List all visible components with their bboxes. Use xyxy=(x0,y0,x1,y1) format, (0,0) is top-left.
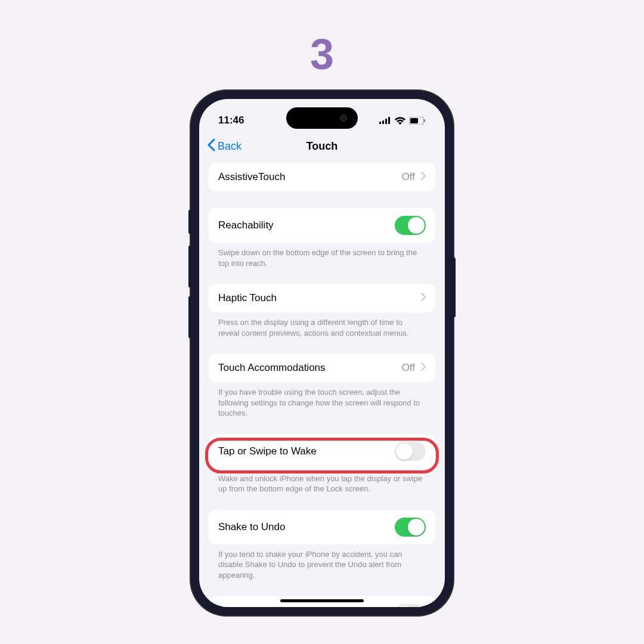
row-label: AssistiveTouch xyxy=(218,171,285,183)
toggle-tap-swipe-wake[interactable] xyxy=(395,442,426,461)
chevron-right-icon xyxy=(421,293,426,304)
status-time: 11:46 xyxy=(218,114,244,126)
dynamic-island xyxy=(286,107,358,129)
svg-rect-1 xyxy=(382,120,384,124)
row-label: Reachability xyxy=(218,219,274,231)
home-indicator xyxy=(280,599,364,602)
row-haptic-touch[interactable]: Haptic Touch xyxy=(209,284,435,312)
row-assistivetouch[interactable]: AssistiveTouch Off xyxy=(209,163,435,191)
chevron-left-icon xyxy=(208,138,215,154)
back-label: Back xyxy=(218,140,242,153)
phone-frame: 11:46 Back Touch xyxy=(191,91,453,615)
row-tap-swipe-wake[interactable]: Tap or Swipe to Wake xyxy=(209,434,435,469)
row-label: Touch Accommodations xyxy=(218,362,326,374)
footer-haptic-touch: Press on the display using a different l… xyxy=(209,312,435,349)
row-reachability[interactable]: Reachability xyxy=(209,208,435,243)
toggle-shake-undo[interactable] xyxy=(395,518,426,537)
row-value: Off xyxy=(402,362,415,374)
chevron-right-icon xyxy=(421,172,426,182)
svg-rect-3 xyxy=(388,117,390,124)
toggle-vibration[interactable] xyxy=(395,604,426,607)
cellular-signal-icon xyxy=(379,117,391,124)
footer-reachability: Swipe down on the bottom edge of the scr… xyxy=(209,243,435,279)
step-number: 3 xyxy=(310,30,334,79)
phone-screen: 11:46 Back Touch xyxy=(199,99,445,607)
back-button[interactable]: Back xyxy=(208,138,242,154)
row-label: Haptic Touch xyxy=(218,292,277,304)
footer-touch-accommodations: If you have trouble using the touch scre… xyxy=(209,382,435,429)
footer-shake-undo: If you tend to shake your iPhone by acci… xyxy=(209,544,435,592)
battery-icon xyxy=(409,117,426,125)
svg-rect-2 xyxy=(385,119,387,124)
row-shake-undo[interactable]: Shake to Undo xyxy=(209,510,435,544)
row-label: Shake to Undo xyxy=(218,521,285,533)
chevron-right-icon xyxy=(421,363,426,373)
toggle-reachability[interactable] xyxy=(395,216,426,235)
footer-tap-swipe-wake: Wake and unlock iPhone when you tap the … xyxy=(209,469,435,505)
row-label: Tap or Swipe to Wake xyxy=(218,445,317,457)
svg-rect-0 xyxy=(379,122,381,124)
row-value: Off xyxy=(402,171,415,183)
row-touch-accommodations[interactable]: Touch Accommodations Off xyxy=(209,354,435,382)
wifi-icon xyxy=(395,117,405,125)
page-title: Touch xyxy=(306,140,338,153)
svg-rect-5 xyxy=(410,118,418,123)
svg-rect-6 xyxy=(424,119,425,122)
navigation-bar: Back Touch xyxy=(199,131,445,163)
